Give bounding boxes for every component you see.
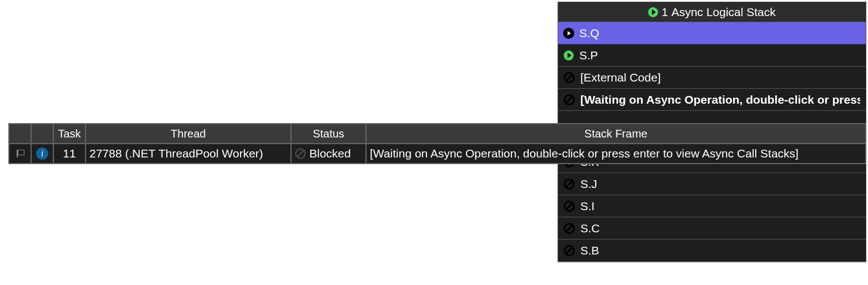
no-entry-icon: [564, 245, 575, 256]
status-cell: Blocked: [291, 144, 366, 164]
col-thread[interactable]: Thread: [86, 124, 291, 144]
flag-icon: [15, 149, 25, 159]
stack-frame-row[interactable]: [Waiting on Async Operation, double-clic…: [558, 89, 866, 111]
task-cell: 11: [53, 144, 86, 164]
stack-frame-row[interactable]: [External Code]: [558, 67, 866, 89]
stack-frame-label: S.C: [580, 222, 600, 235]
stack-frame-row[interactable]: S.B: [558, 240, 866, 262]
no-entry-icon: [564, 179, 575, 190]
col-flag[interactable]: [9, 124, 31, 144]
col-task[interactable]: Task: [53, 124, 86, 144]
stack-frame-label: S.J: [580, 177, 597, 191]
stack-frame-cell: [Waiting on Async Operation, double-clic…: [366, 144, 866, 164]
info-icon: i: [36, 147, 48, 160]
thread-grid-row[interactable]: i 11 27788 (.NET ThreadPool Worker) Bloc…: [9, 144, 866, 164]
info-cell[interactable]: i: [31, 144, 53, 164]
stack-frame-label: S.Q: [579, 27, 599, 40]
stack-frame-label: S.B: [580, 244, 599, 257]
stack-frame-label: [Waiting on Async Operation, double-clic…: [580, 93, 860, 106]
thread-grid: Task Thread Status Stack Frame i 11 2778…: [8, 123, 866, 164]
stack-frame-label: S.I: [580, 200, 595, 213]
no-entry-icon: [564, 94, 575, 105]
thread-grid-header-row: Task Thread Status Stack Frame: [9, 124, 866, 144]
stack-frame-row[interactable]: S.I: [558, 195, 866, 217]
stack-frame-row[interactable]: S.Q: [558, 22, 866, 44]
stack-frame-row[interactable]: S.J: [558, 173, 866, 195]
col-info[interactable]: [31, 124, 53, 144]
flag-cell[interactable]: [9, 144, 31, 164]
blocked-icon: [295, 148, 306, 159]
stack-header-count: 1: [661, 6, 668, 19]
col-status[interactable]: Status: [291, 124, 366, 144]
stack-frame-label: S.P: [579, 49, 598, 62]
play-icon: [564, 50, 574, 60]
stack-header-label: Async Logical Stack: [671, 6, 776, 19]
status-text: Blocked: [309, 147, 351, 160]
stack-frame-row[interactable]: S.C: [558, 217, 866, 240]
current-frame-icon: [564, 28, 574, 38]
no-entry-icon: [564, 201, 575, 212]
thread-cell: 27788 (.NET ThreadPool Worker): [86, 144, 291, 164]
col-stack-frame[interactable]: Stack Frame: [366, 124, 866, 144]
stack-frame-row[interactable]: S.P: [558, 44, 866, 67]
stack-panel-header[interactable]: 1 Async Logical Stack: [558, 2, 866, 22]
play-icon: [648, 7, 658, 17]
no-entry-icon: [564, 72, 575, 83]
no-entry-icon: [564, 223, 575, 234]
stack-frame-label: [External Code]: [580, 71, 661, 84]
